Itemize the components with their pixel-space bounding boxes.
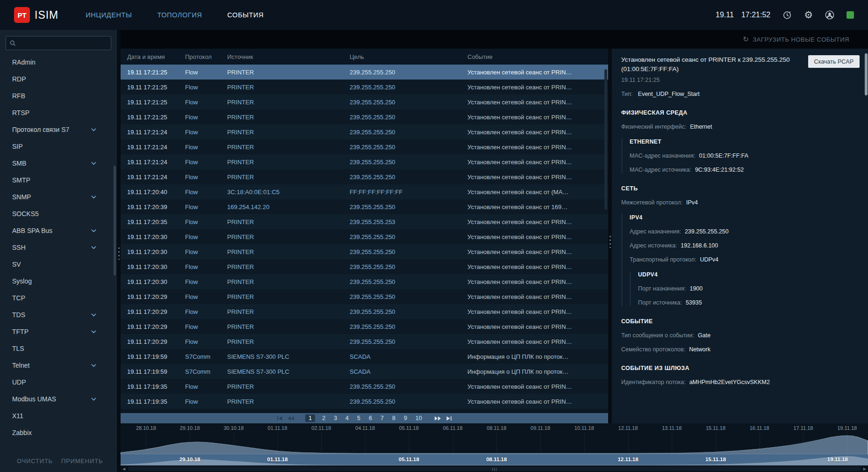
sidebar-item[interactable]: Zabbix: [0, 424, 117, 441]
settings-gear-icon[interactable]: ⚙: [804, 10, 813, 20]
sidebar-item[interactable]: RAdmin: [0, 54, 117, 71]
first-page-button[interactable]: [277, 416, 283, 421]
table-row[interactable]: 19.11 17:20:30FlowPRINTER239.255.255.250…: [121, 259, 608, 274]
table-row[interactable]: 19.11 17:21:25FlowPRINTER239.255.255.250…: [121, 94, 608, 109]
cell-target[interactable]: SCADA: [343, 368, 461, 375]
nav-tab-incidents[interactable]: ИНЦИДЕНТЫ: [86, 11, 132, 19]
table-row[interactable]: 19.11 17:19:35FlowPRINTER239.255.255.250…: [121, 379, 608, 394]
cell-source[interactable]: PRINTER: [221, 114, 343, 121]
page-number[interactable]: 4: [344, 414, 350, 422]
chevron-down-icon[interactable]: [91, 195, 96, 199]
table-row[interactable]: 19.11 17:21:25FlowPRINTER239.255.255.250…: [121, 80, 608, 94]
sidebar-item[interactable]: TFTP: [0, 323, 117, 340]
table-scrollbar-thumb[interactable]: [604, 69, 607, 210]
cell-source[interactable]: PRINTER: [221, 129, 343, 136]
cell-source[interactable]: PRINTER: [221, 84, 343, 91]
table-row[interactable]: 19.11 17:20:40Flow3C:18:A0:0E:01:C5FF:FF…: [121, 184, 608, 199]
chevron-down-icon[interactable]: [91, 161, 96, 165]
timeline-chart[interactable]: [121, 432, 868, 454]
table-row[interactable]: 19.11 17:20:29FlowPRINTER239.255.255.250…: [121, 289, 608, 304]
cell-target[interactable]: 239.255.255.250: [343, 114, 461, 121]
cell-target[interactable]: 239.255.255.250: [343, 248, 461, 255]
page-number[interactable]: 2: [321, 414, 327, 422]
sidebar-item[interactable]: SSH: [0, 239, 117, 256]
download-pcap-button[interactable]: Скачать PCAP: [808, 55, 860, 68]
table-row[interactable]: 19.11 17:19:59S7CommSIEMENS S7-300 PLCSC…: [121, 349, 608, 364]
cell-source[interactable]: PRINTER: [221, 218, 343, 225]
cell-source[interactable]: PRINTER: [221, 233, 343, 240]
pt-logo[interactable]: PT ISIM: [14, 7, 58, 23]
cell-source[interactable]: PRINTER: [221, 278, 343, 285]
cell-source[interactable]: PRINTER: [221, 308, 343, 315]
cell-target[interactable]: 239.255.255.250: [343, 308, 461, 315]
cell-target[interactable]: 239.255.255.250: [343, 203, 461, 211]
cell-source[interactable]: PRINTER: [221, 174, 343, 181]
scroll-right-icon[interactable]: ▶: [863, 467, 866, 471]
chevron-down-icon[interactable]: [91, 363, 96, 367]
cell-source[interactable]: PRINTER: [221, 263, 343, 270]
chevron-down-icon[interactable]: [91, 128, 96, 131]
cell-target[interactable]: 239.255.255.253: [343, 218, 461, 225]
cell-target[interactable]: 239.255.255.250: [343, 278, 461, 285]
column-header-event[interactable]: Событие: [461, 53, 608, 60]
cell-target[interactable]: 239.255.255.250: [343, 233, 461, 240]
sidebar-item[interactable]: SV: [0, 256, 117, 273]
column-header-target[interactable]: Цель: [343, 53, 461, 60]
sidebar-item[interactable]: SNMP: [0, 189, 117, 205]
sidebar-item[interactable]: SMB: [0, 155, 117, 172]
cell-source[interactable]: SIEMENS S7-300 PLC: [221, 353, 343, 360]
sidebar-scrollbar-thumb[interactable]: [114, 166, 116, 276]
cell-source[interactable]: PRINTER: [221, 248, 343, 255]
page-number[interactable]: 3: [332, 414, 338, 422]
table-row[interactable]: 19.11 17:20:29FlowPRINTER239.255.255.250…: [121, 319, 608, 334]
page-number[interactable]: 8: [391, 414, 397, 422]
prev-page-button[interactable]: [287, 416, 294, 421]
horizontal-scrollbar[interactable]: ◀ ▶: [121, 465, 868, 472]
column-header-source[interactable]: Источник: [221, 53, 343, 60]
sidebar-item[interactable]: Syslog: [0, 273, 117, 290]
scroll-left-icon[interactable]: ◀: [122, 467, 125, 471]
page-number[interactable]: 9: [402, 414, 409, 422]
cell-source[interactable]: SIEMENS S7-300 PLC: [221, 368, 343, 375]
sidebar-item[interactable]: SIP: [0, 138, 117, 155]
page-number[interactable]: 7: [379, 414, 385, 422]
sidebar-item[interactable]: RDP: [0, 71, 117, 87]
protocol-search-input[interactable]: [19, 40, 107, 47]
cell-source[interactable]: 3C:18:A0:0E:01:C5: [221, 189, 343, 196]
sidebar-item[interactable]: UDP: [0, 374, 117, 391]
page-number[interactable]: 10: [414, 414, 423, 422]
cell-target[interactable]: 239.255.255.250: [343, 383, 461, 390]
cell-source[interactable]: PRINTER: [221, 323, 343, 330]
update-timer-icon[interactable]: [782, 10, 792, 20]
table-row[interactable]: 19.11 17:20:29FlowPRINTER239.255.255.250…: [121, 334, 608, 349]
sidebar-item[interactable]: Протокол связи S7: [0, 121, 117, 138]
table-row[interactable]: 19.11 17:19:35FlowPRINTER239.255.255.250…: [121, 394, 608, 409]
sidebar-item[interactable]: X11: [0, 407, 117, 424]
page-number[interactable]: 1: [305, 414, 315, 422]
user-profile-icon[interactable]: [825, 10, 834, 20]
sidebar-item[interactable]: Telnet: [0, 357, 117, 374]
cell-source[interactable]: 169.254.142.20: [221, 203, 343, 211]
load-new-events-button[interactable]: ↻ ЗАГРУЗИТЬ НОВЫЕ СОБЫТИЯ: [743, 36, 849, 43]
cell-source[interactable]: PRINTER: [221, 383, 343, 390]
cell-source[interactable]: PRINTER: [221, 338, 343, 345]
system-status-indicator[interactable]: [846, 11, 854, 19]
cell-target[interactable]: 239.255.255.250: [343, 263, 461, 270]
table-row[interactable]: 19.11 17:20:30FlowPRINTER239.255.255.250…: [121, 244, 608, 259]
page-number[interactable]: 6: [367, 414, 373, 422]
cell-target[interactable]: 239.255.255.250: [343, 129, 461, 136]
sidebar-search[interactable]: [6, 36, 111, 50]
page-number[interactable]: 5: [356, 414, 362, 422]
cell-source[interactable]: PRINTER: [221, 398, 343, 405]
details-panel-divider[interactable]: [608, 49, 612, 423]
cell-target[interactable]: 239.255.255.250: [343, 159, 461, 166]
cell-target[interactable]: 239.255.255.250: [343, 338, 461, 345]
sidebar-divider[interactable]: [117, 30, 121, 472]
column-header-datetime[interactable]: Дата и время: [121, 53, 179, 60]
table-row[interactable]: 19.11 17:21:24FlowPRINTER239.255.255.250…: [121, 154, 608, 169]
apply-filters-button[interactable]: ПРИМЕНИТЬ: [61, 457, 103, 465]
column-header-protocol[interactable]: Протокол: [179, 53, 221, 60]
sidebar-item[interactable]: Modbus UMAS: [0, 391, 117, 407]
cell-source[interactable]: PRINTER: [221, 293, 343, 300]
chevron-down-icon[interactable]: [91, 330, 96, 334]
